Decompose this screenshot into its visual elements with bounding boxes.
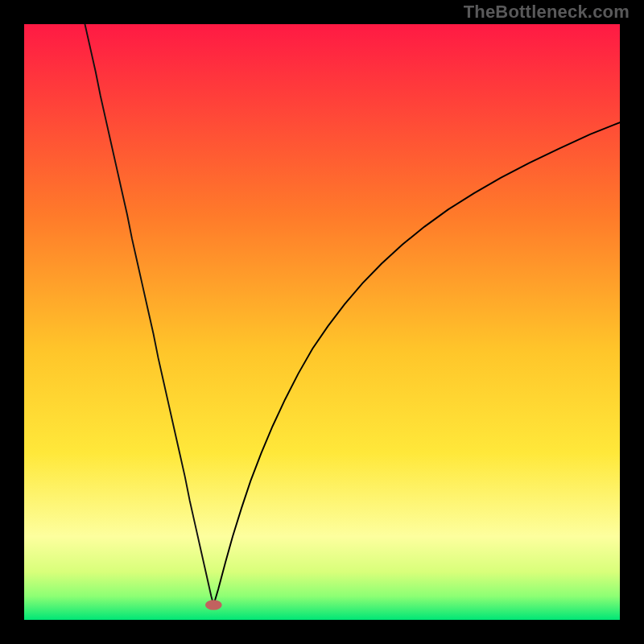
curve-right-branch bbox=[213, 122, 620, 605]
vertex-marker bbox=[205, 600, 222, 610]
chart-frame: TheBottleneck.com bbox=[0, 0, 644, 644]
gradient-background bbox=[24, 24, 620, 620]
chart-svg bbox=[24, 24, 620, 620]
watermark-text: TheBottleneck.com bbox=[464, 2, 630, 23]
curve-left-branch bbox=[85, 24, 213, 605]
plot-area bbox=[24, 24, 620, 620]
